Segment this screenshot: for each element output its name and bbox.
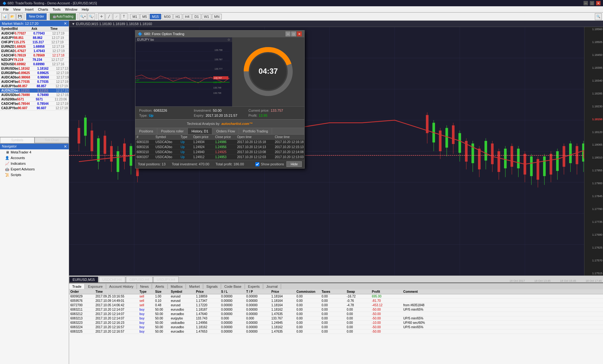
- nav-expert-advisors[interactable]: 🤖 Expert Advisors: [0, 166, 69, 172]
- terminal-tab-experts[interactable]: Experts: [245, 284, 263, 289]
- tab-positions[interactable]: Positions: [135, 128, 157, 134]
- svg-rect-104: [530, 157, 533, 176]
- order-row-2[interactable]: 6059576 2017.10.09 14:49:01 sell 0.10 eu…: [69, 299, 603, 303]
- order-row-3[interactable]: 6072700 2017.10.05 14:06:42 sell 0.48 eu…: [69, 303, 603, 308]
- open-button[interactable]: 📂: [9, 13, 16, 20]
- menu-file[interactable]: File: [1, 7, 11, 12]
- chart-tab-usdjpy[interactable]: USDJPY,H4: [153, 276, 179, 282]
- terminal-tab-codebase[interactable]: Code Base: [221, 284, 245, 289]
- tf-w1[interactable]: W1: [202, 14, 211, 19]
- chart-tab-gbpusd[interactable]: GBPUSD,H4: [126, 276, 153, 282]
- mw-row-cadchfbo[interactable]: CADCHFbo0.785440.7854412:17:19: [0, 102, 69, 106]
- mw-tab-symbols[interactable]: Symbols: [0, 137, 35, 143]
- menu-help[interactable]: Help: [80, 7, 91, 12]
- order-row-5[interactable]: 6083212 2017.10.20 12:14:07 buy 50.00 eu…: [69, 312, 603, 316]
- order-row-9[interactable]: 6083225 2017.10.20 12:16:57 buy 50.00 eu…: [69, 329, 603, 334]
- mw-row-audjpy[interactable]: AUDJPY88.85188.86212:17:19: [0, 36, 69, 40]
- right-panel: ▼ EURUSD,M15 1.18180 1.18189 1.18158 1.1…: [69, 21, 603, 364]
- pos-row-3[interactable]: 6083210 USDCADbo Up 1.24940 1.24925 2017…: [135, 150, 304, 155]
- order-row-8[interactable]: 6083224 2017.10.20 12:16:57 buy 50.00 eu…: [69, 325, 603, 329]
- mw-row-eurnzd[interactable]: EURNZD1.688261.6885812:17:19: [0, 45, 69, 49]
- tf-m30[interactable]: M30: [162, 14, 173, 19]
- tf-h1[interactable]: H1: [173, 14, 182, 19]
- tab-positions-roller[interactable]: Positions roller: [157, 128, 188, 134]
- crosshair-button[interactable]: ✛: [98, 13, 105, 20]
- dialog-close[interactable]: ✕: [297, 31, 302, 36]
- tf-d1[interactable]: D1: [192, 14, 201, 19]
- order-row-1[interactable]: 6009029 2017.09.25 10:16:55 sell 1.00 eu…: [69, 294, 603, 299]
- line-button[interactable]: ╱: [106, 13, 112, 20]
- chart-canvas[interactable]: 1.18150 1.18560 1.18505 1.18450 1.18395 …: [69, 27, 603, 276]
- menu-tools[interactable]: Tools: [51, 7, 62, 12]
- maximize-button[interactable]: □: [590, 1, 594, 5]
- terminal-tab-news[interactable]: News: [137, 284, 152, 289]
- mw-row-aus200bo[interactable]: AUS200bo5571557111:23:06: [0, 97, 69, 102]
- close-button[interactable]: ✕: [596, 1, 600, 5]
- mw-row-eurcad[interactable]: EURCAD1.476271.4764312:17:19: [0, 49, 69, 53]
- nav-scripts[interactable]: 📜 Scripts: [0, 172, 69, 178]
- trendline-button[interactable]: ⟋: [113, 13, 120, 20]
- pos-row-4[interactable]: 6083207 USDCADbo Up 1.24912 1.24953 2017…: [135, 155, 304, 160]
- terminal-tab-alerts[interactable]: Alerts: [152, 284, 167, 289]
- mw-row-chfjpy[interactable]: CHFJPY115.275115.31712:17:19: [0, 40, 69, 45]
- tf-h4[interactable]: H4: [183, 14, 192, 19]
- show-positions-label[interactable]: Show positions: [255, 162, 284, 166]
- mw-row-audchf[interactable]: AUDCHF0.770270.7704312:17:19: [0, 31, 69, 36]
- chart-tab-eurusd[interactable]: EURUSD,M15: [69, 276, 98, 282]
- auto-trading-button[interactable]: 🤖 AutoTrading: [50, 13, 76, 20]
- terminal-tab-exposure[interactable]: Exposure: [85, 284, 106, 289]
- mw-row-audusdbo[interactable]: AUDUSDbo0.784900.7849012:17:15: [0, 93, 69, 97]
- save-button[interactable]: 💾: [16, 13, 23, 20]
- tf-mn[interactable]: MN: [212, 14, 222, 19]
- minimize-button[interactable]: ─: [584, 1, 588, 5]
- order-row-7[interactable]: 6083223 2017.10.20 12:16:23 buy 50.00 us…: [69, 321, 603, 325]
- mw-row-audcadbo[interactable]: AUDCADbo0.980680.9806812:17:19: [0, 75, 69, 80]
- pos-row-1[interactable]: 6083220 USDCADbo Up 1.24934 1.24986 2017…: [135, 140, 304, 145]
- dialog-minimize[interactable]: ─: [285, 31, 291, 36]
- text-button[interactable]: T: [121, 13, 128, 20]
- menu-view[interactable]: View: [11, 7, 23, 12]
- new-order-button[interactable]: New Order: [26, 13, 47, 20]
- mw-row-audnzdbo[interactable]: AUDNZDbo1.121511.1215112:17:15: [0, 88, 69, 93]
- nav-accounts[interactable]: 👤 Accounts: [0, 155, 69, 161]
- terminal-tab-market[interactable]: Market: [186, 284, 203, 289]
- mw-row-cadjpybo[interactable]: CADJPYbo90.60790.60712:17:18: [0, 106, 69, 110]
- mw-tab-tick[interactable]: Tick Chart: [35, 137, 69, 143]
- tab-history[interactable]: History, D1: [188, 128, 213, 134]
- terminal-tab-journal[interactable]: Journal: [263, 284, 281, 289]
- tab-orders-flow[interactable]: Orders Flow: [212, 128, 239, 134]
- mw-row-nzdusd[interactable]: NZDUSD0.699820.6999012:17:16: [0, 62, 69, 67]
- mw-row-cadchf[interactable]: CADCHF0.785190.7856912:17:18: [0, 53, 69, 58]
- terminal-tab-trade[interactable]: Trade: [69, 284, 85, 289]
- tf-m5[interactable]: M5: [140, 14, 149, 19]
- pos-row-2[interactable]: 6083216 USDCADbo Up 1.24924 1.24956 2017…: [135, 145, 304, 150]
- dialog-maximize[interactable]: □: [291, 31, 296, 36]
- nav-metatrader4[interactable]: 🖥 MetaTrader 4: [0, 149, 69, 155]
- mw-row-eurgbpbo[interactable]: EURGBPbo0.896250.8962512:17:19: [0, 71, 69, 75]
- menu-window[interactable]: Window: [63, 7, 79, 12]
- search-button[interactable]: 🔍: [595, 13, 602, 20]
- menu-charts[interactable]: Charts: [36, 7, 50, 12]
- tf-m15[interactable]: M15: [150, 14, 161, 19]
- tab-portfolio[interactable]: Portfolio Trading: [239, 128, 272, 134]
- chart-tab-usdchf[interactable]: USDCHF,H4: [99, 276, 125, 282]
- new-chart-button[interactable]: 📊: [1, 13, 8, 20]
- menu-insert[interactable]: Insert: [23, 7, 35, 12]
- order-row-4[interactable]: 6083211 2017.10.20 12:14:07 buy 50.00 eu…: [69, 308, 603, 312]
- terminal-tab-signals[interactable]: Signals: [203, 284, 221, 289]
- mw-row-eurusdbo[interactable]: EURUSDbo1.181621.1816212:17:13: [0, 67, 69, 71]
- mw-row-audchfbo[interactable]: AUDCHFbo0.770350.7703512:17:19: [0, 80, 69, 84]
- order-row-6[interactable]: 6083213 2017.10.20 12:14:07 buy 50.00 eu…: [69, 316, 603, 321]
- nav-indicators[interactable]: 📈 Indicators: [0, 161, 69, 166]
- zoom-out-button[interactable]: 🔍-: [88, 13, 95, 20]
- navigator-close[interactable]: ✕: [64, 144, 67, 149]
- market-watch-close[interactable]: ✕: [64, 21, 67, 26]
- mw-row-nzdjpy[interactable]: NZDJPY79.21979.23412:17:17: [0, 58, 69, 62]
- mw-row-audjpybo[interactable]: AUDJPYbo88.85788.85712:17:19: [0, 84, 69, 88]
- terminal-tab-account-history[interactable]: Account History: [106, 284, 137, 289]
- show-positions-checkbox[interactable]: [255, 162, 259, 166]
- zoom-in-button[interactable]: 🔍+: [79, 13, 87, 20]
- tf-m1[interactable]: M1: [130, 14, 139, 19]
- terminal-tab-mailbox[interactable]: Mailbox: [168, 284, 186, 289]
- hide-button[interactable]: Hide: [286, 161, 302, 167]
